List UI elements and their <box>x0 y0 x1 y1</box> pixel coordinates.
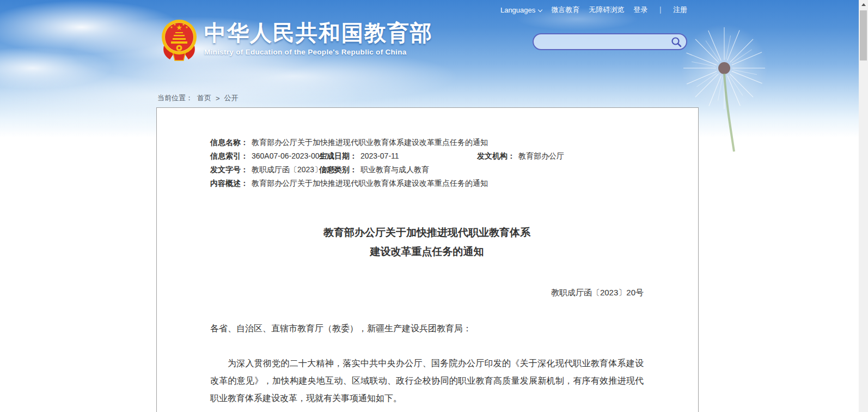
meta-category-label: 信息类别： <box>319 165 357 175</box>
breadcrumb-current[interactable]: 公开 <box>224 93 239 103</box>
site-subtitle: Ministry of Education of the People's Re… <box>204 48 433 56</box>
scrollbar-thumb[interactable] <box>860 10 867 60</box>
nav-weiyan-jiaoyu[interactable]: 微言教育 <box>551 5 579 15</box>
svg-text:★: ★ <box>170 26 173 29</box>
document-title-line1: 教育部办公厅关于加快推进现代职业教育体系 <box>210 223 644 242</box>
svg-text:★: ★ <box>182 23 185 26</box>
meta-summary-label: 内容概述： <box>210 179 248 189</box>
national-emblem-icon: ★ ★ ★ ★ ★ <box>160 19 199 62</box>
document-title-line2: 建设改革重点任务的通知 <box>210 242 644 261</box>
document-panel: 信息名称： 教育部办公厅关于加快推进现代职业教育体系建设改革重点任务的通知 信息… <box>156 107 699 412</box>
breadcrumb-separator: > <box>216 94 220 102</box>
breadcrumb-home[interactable]: 首页 <box>197 93 211 103</box>
nav-accessibility[interactable]: 无障碍浏览 <box>589 5 624 15</box>
site-title: 中华人民共和国教育部 <box>204 19 433 47</box>
meta-category-value: 职业教育与成人教育 <box>360 165 429 175</box>
svg-text:★: ★ <box>185 26 188 29</box>
meta-row-docno-category: 发文字号： 教职成厅函〔2023〕20号 信息类别： 职业教育与成人教育 <box>210 165 644 179</box>
meta-row-summary: 内容概述： 教育部办公厅关于加快推进现代职业教育体系建设改革重点任务的通知 <box>210 179 644 192</box>
scroll-up-icon <box>861 3 866 6</box>
meta-docno-label: 发文字号： <box>210 165 248 175</box>
search-input[interactable] <box>534 34 667 49</box>
meta-index-label: 信息索引： <box>210 152 248 161</box>
meta-name-value: 教育部办公厅关于加快推进现代职业教育体系建设改革重点任务的通知 <box>252 138 488 148</box>
meta-agency-label: 发文机构： <box>477 152 515 161</box>
meta-date-label: 生成日期： <box>319 152 357 161</box>
search-box <box>533 33 687 50</box>
meta-date-value: 2023-07-11 <box>360 152 399 160</box>
meta-agency-value: 教育部办公厅 <box>518 152 564 161</box>
top-utility-nav: Languages 微言教育 无障碍浏览 登录 ｜ 注册 <box>500 5 687 15</box>
document-metadata: 信息名称： 教育部办公厅关于加快推进现代职业教育体系建设改革重点任务的通知 信息… <box>210 138 644 192</box>
svg-text:★: ★ <box>176 23 182 32</box>
nav-register[interactable]: 注册 <box>673 5 687 15</box>
document-title: 教育部办公厅关于加快推进现代职业教育体系 建设改革重点任务的通知 <box>210 223 644 261</box>
site-header: ★ ★ ★ ★ ★ 中华人民共和国教育部 Ministry of Educati… <box>160 19 433 62</box>
search-icon <box>671 37 682 47</box>
chevron-down-icon <box>538 7 542 11</box>
breadcrumb-prefix: 当前位置： <box>157 93 193 103</box>
search-button[interactable] <box>667 34 686 49</box>
breadcrumb: 当前位置： 首页 > 公开 <box>157 93 239 103</box>
meta-row-name: 信息名称： 教育部办公厅关于加快推进现代职业教育体系建设改革重点任务的通知 <box>210 138 644 152</box>
document-salutation: 各省、自治区、直辖市教育厅（教委），新疆生产建设兵团教育局： <box>210 322 644 335</box>
moe-gov-webpage: { "topnav": { "languages": "Languages", … <box>0 0 868 412</box>
languages-label: Languages <box>500 6 535 14</box>
document-number: 教职成厅函〔2023〕20号 <box>210 288 644 298</box>
scrollbar[interactable] <box>859 0 868 412</box>
languages-menu[interactable]: Languages <box>500 6 542 14</box>
meta-summary-value: 教育部办公厅关于加快推进现代职业教育体系建设改革重点任务的通知 <box>252 179 488 189</box>
nav-separator: ｜ <box>657 5 664 15</box>
document-paragraph: 为深入贯彻党的二十大精神，落实中共中央办公厅、国务院办公厅印发的《关于深化现代职… <box>210 355 644 407</box>
meta-name-label: 信息名称： <box>210 138 248 148</box>
svg-text:★: ★ <box>173 23 176 26</box>
meta-row-index-date-agency: 信息索引： 360A07-06-2023-0017-1 生成日期： 2023-0… <box>210 152 644 165</box>
scroll-up-button[interactable] <box>859 0 868 9</box>
nav-login[interactable]: 登录 <box>633 5 647 15</box>
